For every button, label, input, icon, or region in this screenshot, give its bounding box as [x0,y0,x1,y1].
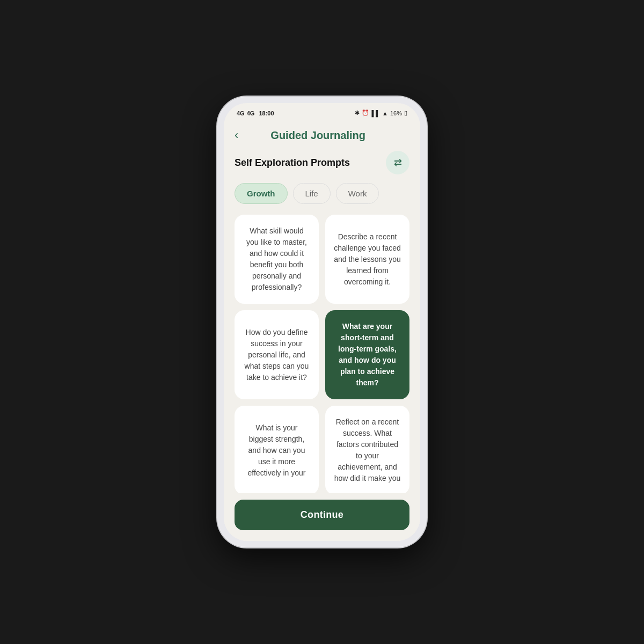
tab-life[interactable]: Life [293,183,331,204]
app-title: Guided Journaling [245,129,391,142]
prompt-card-3[interactable]: How do you define success in your person… [235,310,319,399]
back-button[interactable]: ‹ [235,128,238,142]
continue-bar: Continue [224,493,420,541]
prompt-card-6[interactable]: Reflect on a recent success. What factor… [325,406,409,493]
phone-screen: 4G 4G 18:00 ✱ ⏰ ▌▌ ▲ 16% ▯ ‹ Guided Jour… [224,103,420,541]
prompt-card-5[interactable]: What is your biggest strength, and how c… [235,406,319,493]
network-label-2: 4G [247,110,255,116]
shuffle-button[interactable]: ⇄ [386,151,409,174]
tab-growth[interactable]: Growth [235,183,288,204]
signal-icon: ▌▌ [371,110,380,116]
bluetooth-icon: ✱ [355,109,360,116]
tab-work[interactable]: Work [336,183,379,204]
app-content: ‹ Guided Journaling Self Exploration Pro… [224,120,420,541]
phone-frame: 4G 4G 18:00 ✱ ⏰ ▌▌ ▲ 16% ▯ ‹ Guided Jour… [217,97,427,547]
prompt-card-1[interactable]: What skill would you like to master, and… [235,215,319,304]
battery-icon: ▯ [404,109,407,116]
prompts-area: What skill would you like to master, and… [224,213,420,493]
section-header: Self Exploration Prompts ⇄ [224,147,420,183]
prompts-grid: What skill would you like to master, and… [235,215,409,493]
category-tabs: Growth Life Work [224,183,420,213]
section-title: Self Exploration Prompts [235,157,350,169]
network-label-1: 4G [237,110,245,116]
prompt-card-4[interactable]: What are your short-term and long-term g… [325,310,409,399]
status-right: ✱ ⏰ ▌▌ ▲ 16% ▯ [355,109,407,116]
status-time: 18:00 [259,110,274,116]
status-bar: 4G 4G 18:00 ✱ ⏰ ▌▌ ▲ 16% ▯ [224,103,420,120]
battery-label: 16% [390,110,402,116]
wifi-icon: ▲ [382,110,388,116]
status-left: 4G 4G 18:00 [237,110,274,116]
continue-button[interactable]: Continue [235,500,409,530]
alarm-icon: ⏰ [362,109,369,116]
app-header: ‹ Guided Journaling [224,120,420,147]
prompt-card-2[interactable]: Describe a recent challenge you faced an… [325,215,409,304]
shuffle-icon: ⇄ [394,157,402,169]
